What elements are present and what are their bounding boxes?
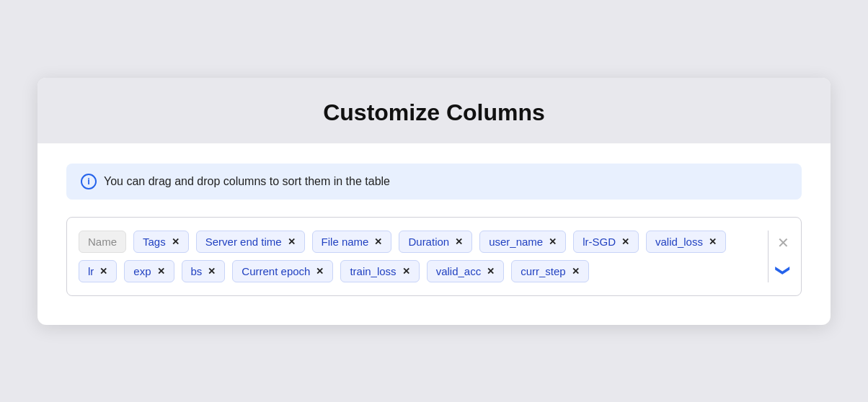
modal-header: Customize Columns [37, 78, 831, 143]
tag-label: Duration [408, 236, 449, 248]
tag-lr[interactable]: lr ✕ [79, 260, 117, 282]
tag-label: bs [191, 265, 203, 277]
tag-label: user_name [489, 236, 543, 248]
remove-bs-button[interactable]: ✕ [208, 266, 216, 277]
remove-train-loss-button[interactable]: ✕ [402, 266, 410, 277]
tag-name: Name [79, 231, 126, 253]
action-icons: ✕ ❯ [777, 234, 789, 279]
remove-file-name-button[interactable]: ✕ [374, 236, 382, 247]
modal-body: i You can drag and drop columns to sort … [37, 143, 831, 296]
tag-duration[interactable]: Duration ✕ [399, 231, 472, 253]
remove-valid-loss-button[interactable]: ✕ [709, 236, 717, 247]
remove-lr-button[interactable]: ✕ [99, 266, 107, 277]
tag-label: exp [133, 265, 151, 277]
tag-server-end-time[interactable]: Server end time ✕ [196, 231, 305, 253]
info-banner: i You can drag and drop columns to sort … [66, 164, 802, 200]
remove-duration-button[interactable]: ✕ [455, 236, 463, 247]
tag-file-name[interactable]: File name ✕ [312, 231, 392, 253]
remove-lr-sgd-button[interactable]: ✕ [621, 236, 629, 247]
remove-user-name-button[interactable]: ✕ [549, 236, 557, 247]
clear-all-button[interactable]: ✕ [777, 234, 789, 251]
tag-valid-acc[interactable]: valid_acc ✕ [427, 260, 505, 282]
confirm-button[interactable]: ❯ [775, 264, 792, 276]
tags-area: Name Tags ✕ Server end time ✕ File name … [79, 231, 759, 282]
columns-container: Name Tags ✕ Server end time ✕ File name … [66, 217, 802, 296]
tag-label: curr_step [521, 265, 566, 277]
remove-curr-step-button[interactable]: ✕ [572, 266, 580, 277]
tag-lr-sgd[interactable]: lr-SGD ✕ [573, 231, 639, 253]
tag-label: train_loss [350, 265, 396, 277]
tag-label: lr-SGD [583, 236, 616, 248]
info-icon: i [81, 174, 97, 189]
tag-user-name[interactable]: user_name ✕ [479, 231, 566, 253]
tag-curr-step[interactable]: curr_step ✕ [511, 260, 589, 282]
tag-label: valid_loss [655, 236, 703, 248]
tag-label: File name [322, 236, 369, 248]
vertical-divider [768, 231, 769, 282]
tag-label: valid_acc [436, 265, 482, 277]
remove-server-end-time-button[interactable]: ✕ [288, 236, 296, 247]
tag-label: Name [88, 236, 117, 248]
remove-current-epoch-button[interactable]: ✕ [316, 266, 324, 277]
remove-exp-button[interactable]: ✕ [157, 266, 165, 277]
tag-label: lr [88, 265, 94, 277]
tag-current-epoch[interactable]: Current epoch ✕ [232, 260, 333, 282]
remove-tags-button[interactable]: ✕ [172, 236, 180, 247]
modal-title: Customize Columns [66, 99, 802, 126]
remove-valid-acc-button[interactable]: ✕ [487, 266, 495, 277]
tag-label: Server end time [205, 236, 282, 248]
info-banner-text: You can drag and drop columns to sort th… [104, 175, 390, 188]
tag-train-loss[interactable]: train_loss ✕ [340, 260, 419, 282]
tag-tags[interactable]: Tags ✕ [133, 231, 189, 253]
tag-bs[interactable]: bs ✕ [182, 260, 226, 282]
tag-exp[interactable]: exp ✕ [124, 260, 174, 282]
tag-valid-loss[interactable]: valid_loss ✕ [646, 231, 726, 253]
tag-label: Tags [143, 236, 166, 248]
customize-columns-modal: Customize Columns i You can drag and dro… [37, 78, 831, 325]
tag-label: Current epoch [242, 265, 310, 277]
